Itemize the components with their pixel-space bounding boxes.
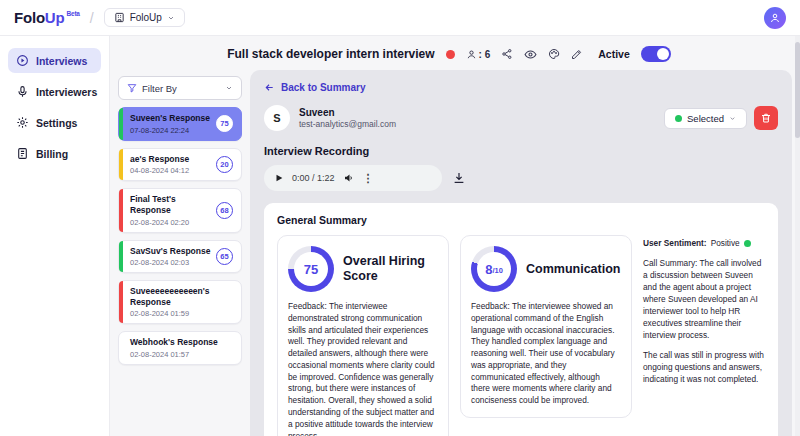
palette-icon[interactable] <box>548 48 560 60</box>
sidebar-item-interviews[interactable]: Interviews <box>8 48 101 73</box>
play-circle-icon <box>16 54 29 67</box>
chevron-down-icon <box>167 14 175 22</box>
response-list-item[interactable]: Webhook's Response 02-08-2024 01:57 <box>118 331 242 365</box>
respondents-count-value: : 6 <box>479 49 491 60</box>
user-icon <box>769 12 781 24</box>
score-badge: 20 <box>216 156 233 173</box>
org-switcher-button[interactable]: FoloUp <box>104 8 185 27</box>
communication-score-value: 8 <box>485 262 492 277</box>
candidate-status-select[interactable]: Selected <box>664 108 747 129</box>
billing-icon <box>16 147 29 160</box>
response-date: 02-08-2024 02:20 <box>130 218 212 227</box>
user-sentiment-label: User Sentiment: <box>643 237 707 249</box>
filter-funnel-icon <box>127 83 137 93</box>
hiring-score-title: Overall Hiring Score <box>343 254 438 284</box>
download-icon[interactable] <box>452 171 466 185</box>
window-scrollbar <box>795 36 800 436</box>
score-badge: 68 <box>216 202 233 219</box>
hiring-score-value: 75 <box>304 262 318 277</box>
call-summary-paragraph-2: The call was still in progress with ongo… <box>643 349 765 385</box>
share-icon[interactable] <box>501 48 513 60</box>
score-badge: 75 <box>216 115 233 132</box>
back-to-summary-label: Back to Summary <box>281 82 365 93</box>
microphone-icon <box>16 85 29 98</box>
toggle-knob <box>657 48 669 60</box>
edit-pencil-icon[interactable] <box>571 48 583 60</box>
response-name: ae's Response <box>130 154 212 165</box>
call-summary-paragraph-1: Call Summary: The call involved a discus… <box>643 257 765 341</box>
score-color-bar <box>119 281 123 323</box>
communication-feedback: Feedback: The interviewee showed an oper… <box>471 301 621 407</box>
audio-player-row: 0:00 / 1:22 ⋮ <box>264 165 778 191</box>
sidebar-item-billing[interactable]: Billing <box>8 141 101 166</box>
sentiment-dot <box>744 240 751 247</box>
gear-icon <box>16 116 29 129</box>
top-bar: FoloUp Beta / FoloUp <box>0 0 800 36</box>
back-to-summary-link[interactable]: Back to Summary <box>264 82 778 93</box>
response-date: 07-08-2024 22:24 <box>130 126 212 135</box>
response-list-item[interactable]: Suveeeeeeeeeeen's Response 02-08-2024 01… <box>118 280 242 324</box>
candidate-avatar: S <box>264 105 290 131</box>
hiring-score-feedback: Feedback: The interviewee demonstrated s… <box>288 301 438 436</box>
score-badge: 65 <box>216 248 233 265</box>
scrollbar-thumb[interactable] <box>795 42 800 138</box>
filter-by-label: Filter By <box>142 83 177 94</box>
communication-score-ring: 8/10 <box>471 246 517 292</box>
user-sentiment-value: Positive <box>711 237 740 249</box>
score-color-bar <box>119 108 123 140</box>
communication-title: Communication <box>526 262 620 277</box>
candidate-status-value: Selected <box>687 113 724 124</box>
response-list-item[interactable]: ae's Response 04-08-2024 04:12 20 <box>118 148 242 182</box>
breadcrumb-separator: / <box>90 10 94 26</box>
active-label: Active <box>598 48 630 60</box>
delete-response-button[interactable] <box>754 106 778 130</box>
volume-icon[interactable] <box>343 172 355 184</box>
arrow-left-icon <box>264 82 275 93</box>
hiring-score-ring: 75 <box>288 246 334 292</box>
sentiment-column: User Sentiment: Positive Call Summary: T… <box>643 235 765 385</box>
filter-by-select[interactable]: Filter By <box>118 76 242 100</box>
logo-text-2: Up <box>45 9 65 26</box>
org-name: FoloUp <box>130 12 162 23</box>
candidate-name: Suveen <box>299 107 396 118</box>
response-date: 04-08-2024 04:12 <box>130 166 212 175</box>
response-list-item[interactable]: SavSuv's Response 02-08-2024 02:03 65 <box>118 240 242 274</box>
response-date: 02-08-2024 01:57 <box>130 350 233 359</box>
candidate-email: test-analytics@gmail.com <box>299 119 396 129</box>
audio-player: 0:00 / 1:22 ⋮ <box>264 165 442 191</box>
user-avatar[interactable] <box>764 7 786 29</box>
logo-text-1: Folo <box>14 9 45 26</box>
player-menu-icon[interactable]: ⋮ <box>363 172 374 185</box>
chevron-down-icon <box>225 84 233 92</box>
response-name: SavSuv's Response <box>130 246 212 257</box>
response-list-item[interactable]: Final Test's Response 02-08-2024 02:20 6… <box>118 188 242 232</box>
response-list-item[interactable]: Suveen's Response 07-08-2024 22:24 75 <box>118 107 242 141</box>
sidebar-nav: Interviews Interviewers Settings Billing <box>0 36 110 436</box>
respondents-count: : 6 <box>466 49 491 60</box>
sidebar-item-settings[interactable]: Settings <box>8 110 101 135</box>
sidebar-item-label: Billing <box>36 148 68 160</box>
sidebar-item-interviewers[interactable]: Interviewers <box>8 79 101 104</box>
overall-hiring-score-card: 75 Overall Hiring Score Feedback: The in… <box>277 235 449 436</box>
person-icon <box>466 49 477 60</box>
responses-column: Filter By Suveen's Response 07-08-2024 2… <box>118 76 242 365</box>
eye-icon[interactable] <box>524 48 537 61</box>
general-summary-title: General Summary <box>277 214 765 226</box>
sidebar-item-label: Settings <box>36 117 77 129</box>
play-button[interactable] <box>274 173 284 183</box>
candidate-row: S Suveen test-analytics@gmail.com Select… <box>264 105 778 131</box>
score-color-bar <box>119 149 123 181</box>
interview-recording-title: Interview Recording <box>264 145 778 157</box>
foloup-logo[interactable]: FoloUp Beta <box>14 9 80 26</box>
foloup-app: FoloUp Beta / FoloUp Interviews <box>0 0 800 436</box>
communication-score-card: 8/10 Communication Feedback: The intervi… <box>460 235 632 418</box>
trash-icon <box>760 112 772 124</box>
chevron-down-icon <box>729 115 736 122</box>
active-toggle[interactable] <box>641 46 671 62</box>
score-color-bar <box>119 189 123 231</box>
player-time: 0:00 / 1:22 <box>292 173 335 183</box>
sidebar-item-label: Interviewers <box>36 86 97 98</box>
response-name: Suveeeeeeeeeeen's Response <box>130 286 233 307</box>
status-dot <box>675 115 682 122</box>
response-name: Final Test's Response <box>130 194 212 215</box>
